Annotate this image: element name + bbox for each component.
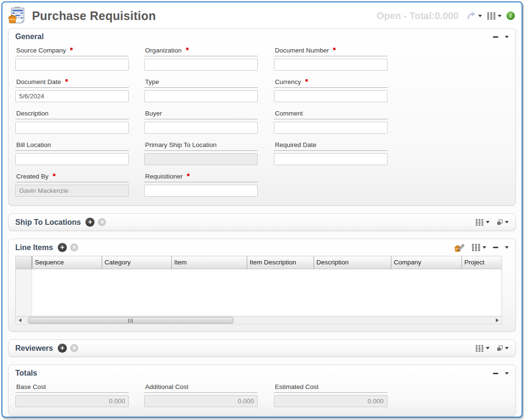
delete-line-item-button[interactable]: ✕ [70, 243, 78, 252]
column-header-sequence[interactable]: Sequence [32, 256, 102, 269]
column-header-item[interactable]: Item [171, 256, 247, 269]
primary-ship-to-location-input [144, 153, 258, 165]
purchase-requisition-app-icon [8, 6, 27, 25]
currency-input[interactable] [274, 90, 388, 102]
field-organization: Organization [144, 47, 274, 71]
field-label: Required Date [275, 141, 316, 148]
line-items-view-options-button[interactable] [472, 244, 486, 251]
info-icon[interactable]: i [506, 11, 515, 20]
bill-location-input[interactable] [15, 153, 129, 165]
column-header-item-description[interactable]: Item Description [247, 256, 314, 269]
description-input[interactable] [15, 122, 129, 134]
field-label: Type [145, 78, 159, 85]
ship-to-window-mode-button[interactable] [496, 219, 509, 226]
add-reviewer-button[interactable]: + [58, 344, 67, 353]
field-label: Description [16, 110, 49, 117]
collapse-icon[interactable] [493, 247, 498, 248]
general-section-title: General [15, 32, 44, 41]
status-total-text: Open - Total:0.000 [377, 10, 459, 21]
field-requisitioner: Requisitioner [144, 173, 274, 197]
requisitioner-input[interactable] [144, 185, 258, 197]
document-date-input[interactable] [15, 90, 129, 102]
line-items-section: Line Items + ✕ [8, 239, 516, 332]
collapse-icon[interactable] [493, 36, 498, 38]
required-date-input[interactable] [274, 153, 388, 165]
delete-ship-to-location-button[interactable]: ✕ [98, 218, 106, 226]
app-window: Purchase Requisition Open - Total:0.000 [1, 1, 523, 418]
general-section: General Source Company Organization Docu… [8, 28, 516, 206]
required-marker [53, 174, 55, 176]
required-marker [65, 79, 68, 82]
field-buyer: Buyer [144, 110, 274, 134]
required-marker [187, 174, 189, 176]
field-label: Source Company [16, 47, 66, 54]
ship-to-locations-section: Ship To Locations + ✕ [8, 213, 516, 231]
view-options-button[interactable] [487, 12, 502, 20]
field-base-cost: Base Cost [15, 383, 144, 407]
column-header-company[interactable]: Company [391, 256, 461, 269]
delete-reviewer-button[interactable]: ✕ [70, 344, 78, 352]
field-currency: Currency [274, 78, 509, 102]
section-menu-chevron-icon[interactable] [505, 372, 509, 375]
column-header-description[interactable]: Description [314, 256, 391, 269]
edit-line-items-button[interactable] [454, 243, 465, 252]
field-additional-cost: Additional Cost [144, 383, 274, 407]
ship-to-locations-title: Ship To Locations [15, 218, 81, 227]
field-created-by: Created By [15, 173, 144, 197]
field-source-company: Source Company [15, 47, 144, 71]
field-label: Estimated Cost [275, 383, 319, 390]
field-bill-location: Bill Location [15, 141, 144, 165]
add-ship-to-location-button[interactable]: + [85, 218, 94, 227]
field-label: Currency [275, 78, 301, 85]
field-label: Comment [275, 110, 303, 117]
field-document-number: Document Number [274, 47, 509, 71]
type-input[interactable] [144, 90, 258, 102]
collapse-icon[interactable] [493, 373, 498, 374]
section-menu-chevron-icon[interactable] [505, 246, 509, 249]
chevron-down-icon [486, 221, 490, 223]
chevron-down-icon [505, 347, 509, 349]
field-label: Organization [145, 47, 182, 54]
scrollbar-thumb[interactable] [28, 317, 233, 324]
reviewers-view-options-button[interactable] [476, 345, 490, 352]
column-header-project[interactable]: Project [461, 256, 502, 269]
base-cost-input [15, 395, 129, 407]
field-label: Document Number [275, 47, 329, 54]
cascade-windows-icon [496, 345, 503, 352]
comment-input[interactable] [274, 122, 388, 134]
columns-grid-icon [476, 219, 484, 226]
add-line-item-button[interactable]: + [58, 243, 67, 252]
required-marker [333, 48, 335, 50]
scrollbar-grip-icon [128, 319, 133, 323]
document-number-input[interactable] [274, 59, 388, 71]
totals-title: Totals [15, 369, 37, 378]
section-menu-chevron-icon[interactable] [505, 36, 509, 38]
estimated-cost-input [274, 395, 388, 407]
required-marker [70, 48, 73, 50]
source-company-input[interactable] [15, 59, 129, 71]
buyer-input[interactable] [144, 122, 258, 134]
reviewers-window-mode-button[interactable] [496, 345, 509, 352]
organization-input[interactable] [144, 59, 258, 71]
chevron-down-icon [478, 15, 482, 17]
field-primary-ship-to-location: Primary Ship To Location [144, 141, 274, 165]
field-document-date: Document Date [15, 78, 144, 102]
column-header-category[interactable]: Category [102, 256, 171, 269]
columns-grid-icon [476, 345, 484, 352]
ship-to-view-options-button[interactable] [476, 219, 490, 226]
actions-menu-button[interactable] [466, 11, 482, 20]
additional-cost-input [144, 395, 258, 407]
chevron-down-icon [482, 246, 486, 249]
chevron-down-icon [486, 347, 490, 349]
field-label: Document Date [16, 78, 61, 85]
horizontal-scrollbar[interactable] [15, 316, 502, 325]
field-label: Requisitioner [145, 173, 183, 180]
scroll-right-arrow-icon[interactable] [496, 318, 499, 322]
field-required-date: Required Date [274, 141, 509, 165]
curved-arrow-icon [466, 11, 477, 20]
row-selector-header[interactable] [16, 256, 32, 269]
required-marker [186, 48, 189, 50]
line-items-empty-rows [16, 269, 502, 316]
field-label: Buyer [145, 110, 162, 117]
scroll-left-arrow-icon[interactable] [19, 318, 21, 322]
